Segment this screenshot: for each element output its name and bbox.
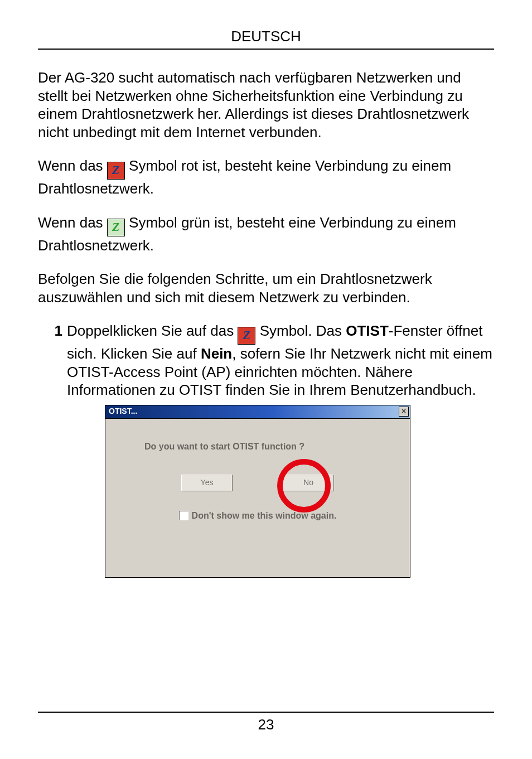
bold-nein: Nein <box>201 345 232 362</box>
otist-dialog: OTIST... × Do you want to start OTIST fu… <box>105 405 410 578</box>
body-text: Der AG-320 sucht automatisch nach verfüg… <box>38 69 494 578</box>
z-icon-red: Z <box>238 327 255 345</box>
no-button[interactable]: No <box>283 475 334 491</box>
bold-otist: OTIST <box>346 322 389 339</box>
close-button[interactable]: × <box>399 407 409 417</box>
z-icon-green: Z <box>107 219 125 236</box>
paragraph-instructions: Befolgen Sie die folgenden Schritte, um … <box>38 270 494 306</box>
dialog-title: OTIST... <box>109 407 399 417</box>
dont-show-row: Don't show me this window again. <box>117 510 399 521</box>
paragraph-green-icon: Wenn das Z Symbol grün ist, besteht eine… <box>38 214 494 255</box>
text-fragment: Symbol. Das <box>260 322 346 339</box>
footer-rule <box>38 712 494 713</box>
paragraph-red-icon: Wenn das Z Symbol rot ist, besteht keine… <box>38 157 494 198</box>
list-number: 1 <box>38 322 67 399</box>
page-footer: 23 <box>38 712 494 733</box>
dialog-titlebar: OTIST... × <box>105 405 410 419</box>
page-header: DEUTSCH <box>38 28 494 49</box>
dialog-question: Do you want to start OTIST function ? <box>117 441 399 452</box>
dont-show-checkbox[interactable] <box>179 511 188 520</box>
dont-show-label: Don't show me this window again. <box>192 510 337 521</box>
dialog-body: Do you want to start OTIST function ? Ye… <box>105 419 410 578</box>
page: DEUTSCH Der AG-320 sucht automatisch nac… <box>0 0 532 759</box>
page-number: 23 <box>38 716 494 733</box>
header-rule <box>38 49 494 50</box>
z-icon-red: Z <box>107 162 125 180</box>
dialog-button-row: Yes No <box>117 475 399 491</box>
ordered-list: 1 Doppelklicken Sie auf das Z Symbol. Da… <box>38 322 494 399</box>
paragraph-intro: Der AG-320 sucht automatisch nach verfüg… <box>38 69 494 141</box>
list-body: Doppelklicken Sie auf das Z Symbol. Das … <box>67 322 494 399</box>
list-item-1: 1 Doppelklicken Sie auf das Z Symbol. Da… <box>38 322 494 399</box>
text-fragment: Wenn das <box>38 157 107 174</box>
yes-button[interactable]: Yes <box>181 475 233 491</box>
text-fragment: Doppelklicken Sie auf das <box>67 322 238 339</box>
text-fragment: Wenn das <box>38 214 107 231</box>
